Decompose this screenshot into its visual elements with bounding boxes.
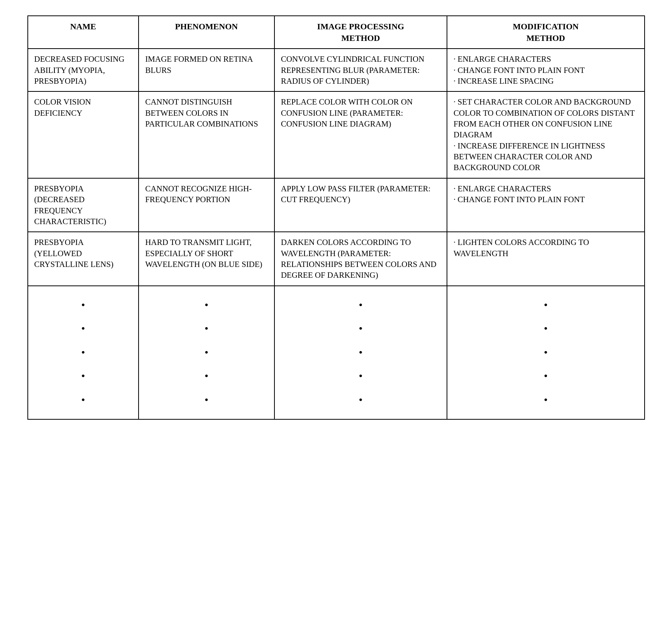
cell-phenomenon-1: IMAGE FORMED ON RETINA BLURS xyxy=(139,49,274,91)
cell-name-4: PRESBYOPIA (YELLOWED CRYSTALLINE LENS) xyxy=(28,232,139,285)
dots-row: ••••• ••••• ••••• ••••• xyxy=(28,286,645,419)
header-phenomenon: PHENOMENON xyxy=(139,16,274,49)
cell-name-3: PRESBYOPIA (DECREASED FREQUENCY CHARACTE… xyxy=(28,178,139,232)
table-row: PRESBYOPIA (DECREASED FREQUENCY CHARACTE… xyxy=(28,178,645,232)
cell-modification-3: · ENLARGE CHARACTERS· CHANGE FONT INTO P… xyxy=(447,178,644,232)
cell-image-1: CONVOLVE CYLINDRICAL FUNCTION REPRESENTI… xyxy=(274,49,447,91)
cell-name-2: COLOR VISION DEFICIENCY xyxy=(28,91,139,178)
cell-phenomenon-2: CANNOT DISTINGUISH BETWEEN COLORS IN PAR… xyxy=(139,91,274,178)
dots-col-2: ••••• xyxy=(139,286,274,419)
table-row: PRESBYOPIA (YELLOWED CRYSTALLINE LENS) H… xyxy=(28,232,645,285)
table-row: COLOR VISION DEFICIENCY CANNOT DISTINGUI… xyxy=(28,91,645,178)
table-row: DECREASED FOCUSING ABILITY (MYOPIA, PRES… xyxy=(28,49,645,91)
cell-modification-1: · ENLARGE CHARACTERS· CHANGE FONT INTO P… xyxy=(447,49,644,91)
cell-modification-2: · SET CHARACTER COLOR AND BACKGROUND COL… xyxy=(447,91,644,178)
cell-modification-4: · LIGHTEN COLORS ACCORDING TO WAVELENGTH xyxy=(447,232,644,285)
header-name: NAME xyxy=(28,16,139,49)
cell-image-3: APPLY LOW PASS FILTER (PARAMETER: CUT FR… xyxy=(274,178,447,232)
dots-col-1: ••••• xyxy=(28,286,139,419)
cell-name-1: DECREASED FOCUSING ABILITY (MYOPIA, PRES… xyxy=(28,49,139,91)
main-table: NAME PHENOMENON IMAGE PROCESSINGMETHOD M… xyxy=(27,15,645,420)
header-row: NAME PHENOMENON IMAGE PROCESSINGMETHOD M… xyxy=(28,16,645,49)
cell-image-4: DARKEN COLORS ACCORDING TO WAVELENGTH (P… xyxy=(274,232,447,285)
header-modification: MODIFICATIONMETHOD xyxy=(447,16,644,49)
table-container: NAME PHENOMENON IMAGE PROCESSINGMETHOD M… xyxy=(27,15,645,420)
dots-col-4: ••••• xyxy=(447,286,644,419)
dots-col-3: ••••• xyxy=(274,286,447,419)
cell-phenomenon-3: CANNOT RECOGNIZE HIGH-FREQUENCY PORTION xyxy=(139,178,274,232)
cell-image-2: REPLACE COLOR WITH COLOR ON CONFUSION LI… xyxy=(274,91,447,178)
header-image-processing: IMAGE PROCESSINGMETHOD xyxy=(274,16,447,49)
cell-phenomenon-4: HARD TO TRANSMIT LIGHT, ESPECIALLY OF SH… xyxy=(139,232,274,285)
